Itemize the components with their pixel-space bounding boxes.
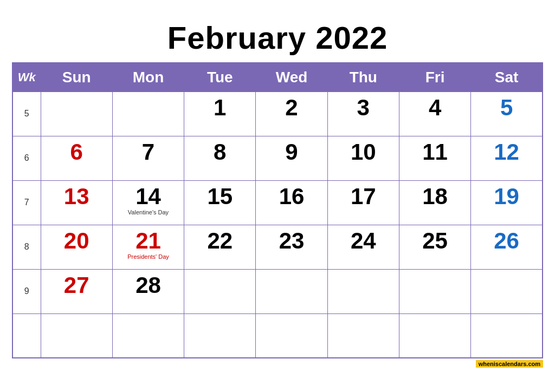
day-cell[interactable]: 24 — [327, 225, 399, 269]
day-number: 10 — [330, 141, 397, 164]
day-cell[interactable]: 1 — [184, 92, 256, 136]
empty-day-cell — [471, 313, 543, 358]
day-cell[interactable]: 14Valentine's Day — [112, 180, 184, 225]
calendar-container: February 2022 Wk Sun Mon Tue Wed Thu Fri… — [12, 14, 543, 378]
day-number: 11 — [402, 141, 468, 164]
day-cell[interactable]: 25 — [399, 225, 470, 269]
watermark-text: wheniscalendars.com — [476, 360, 543, 368]
day-cell[interactable]: 18 — [399, 180, 470, 225]
day-number: 18 — [402, 185, 468, 208]
day-number: 3 — [330, 96, 397, 119]
day-number: 6 — [43, 141, 110, 164]
day-number: 28 — [115, 274, 182, 297]
day-number: 26 — [473, 230, 540, 252]
day-cell[interactable]: 16 — [256, 180, 327, 225]
header-tue: Tue — [184, 63, 256, 92]
day-number: 23 — [258, 230, 325, 252]
day-label: Valentine's Day — [115, 209, 182, 215]
header-sun: Sun — [41, 63, 112, 92]
day-cell[interactable]: 22 — [184, 225, 256, 269]
day-cell[interactable]: 17 — [327, 180, 399, 225]
day-cell[interactable]: 15 — [184, 180, 256, 225]
day-number: 12 — [473, 141, 540, 164]
day-number: 25 — [402, 230, 468, 252]
week-row: 82021Presidents' Day2223242526 — [12, 225, 543, 269]
day-cell[interactable]: 21Presidents' Day — [112, 225, 184, 269]
day-cell[interactable]: 19 — [471, 180, 543, 225]
wk-cell: 7 — [12, 180, 41, 225]
empty-day-cell — [112, 313, 184, 358]
day-cell[interactable]: 13 — [41, 180, 112, 225]
calendar-table: Wk Sun Mon Tue Wed Thu Fri Sat 512345667… — [12, 62, 543, 359]
wk-cell: 6 — [12, 136, 41, 180]
day-number: 5 — [473, 96, 540, 119]
day-cell[interactable]: 12 — [471, 136, 543, 180]
day-number: 16 — [258, 185, 325, 208]
wk-cell: 5 — [12, 92, 41, 136]
wk-cell: 9 — [12, 269, 41, 313]
day-cell[interactable]: 5 — [471, 92, 543, 136]
empty-day-cell — [256, 269, 327, 313]
day-cell[interactable]: 27 — [41, 269, 112, 313]
day-cell[interactable]: 28 — [112, 269, 184, 313]
empty-day-cell — [184, 269, 256, 313]
empty-day-cell — [184, 313, 256, 358]
day-cell[interactable]: 3 — [327, 92, 399, 136]
day-number: 19 — [473, 185, 540, 208]
header-wed: Wed — [256, 63, 327, 92]
day-number: 1 — [186, 96, 253, 119]
header-thu: Thu — [327, 63, 399, 92]
day-number: 4 — [402, 96, 468, 119]
day-number: 22 — [186, 230, 253, 252]
day-cell[interactable]: 9 — [256, 136, 327, 180]
empty-day-cell — [41, 92, 112, 136]
day-number: 20 — [43, 230, 110, 252]
empty-day-cell — [399, 269, 470, 313]
watermark: wheniscalendars.com — [12, 361, 543, 367]
empty-day-cell — [471, 269, 543, 313]
week-row: 66789101112 — [12, 136, 543, 180]
calendar-header-row: Wk Sun Mon Tue Wed Thu Fri Sat — [12, 63, 543, 92]
day-number: 24 — [330, 230, 397, 252]
day-number: 21 — [115, 230, 182, 252]
wk-cell — [12, 313, 41, 358]
header-wk: Wk — [12, 63, 41, 92]
day-number: 9 — [258, 141, 325, 164]
day-number: 13 — [43, 185, 110, 208]
day-number: 2 — [258, 96, 325, 119]
day-cell[interactable]: 6 — [41, 136, 112, 180]
week-row — [12, 313, 543, 358]
day-cell[interactable]: 23 — [256, 225, 327, 269]
day-cell[interactable]: 26 — [471, 225, 543, 269]
empty-day-cell — [399, 313, 470, 358]
day-number: 14 — [115, 185, 182, 208]
day-number: 8 — [186, 141, 253, 164]
calendar-title: February 2022 — [12, 19, 543, 56]
day-number: 15 — [186, 185, 253, 208]
empty-day-cell — [112, 92, 184, 136]
week-row: 71314Valentine's Day1516171819 — [12, 180, 543, 225]
day-number: 17 — [330, 185, 397, 208]
day-label: Presidents' Day — [115, 253, 182, 260]
empty-day-cell — [327, 313, 399, 358]
day-cell[interactable]: 4 — [399, 92, 470, 136]
day-number: 27 — [43, 274, 110, 297]
day-cell[interactable]: 11 — [399, 136, 470, 180]
empty-day-cell — [256, 313, 327, 358]
wk-cell: 8 — [12, 225, 41, 269]
header-fri: Fri — [399, 63, 470, 92]
week-row: 512345 — [12, 92, 543, 136]
empty-day-cell — [41, 313, 112, 358]
day-cell[interactable]: 20 — [41, 225, 112, 269]
calendar-body: 5123456678910111271314Valentine's Day151… — [12, 92, 543, 358]
empty-day-cell — [327, 269, 399, 313]
header-mon: Mon — [112, 63, 184, 92]
day-cell[interactable]: 7 — [112, 136, 184, 180]
header-sat: Sat — [471, 63, 543, 92]
day-cell[interactable]: 10 — [327, 136, 399, 180]
day-cell[interactable]: 8 — [184, 136, 256, 180]
week-row: 92728 — [12, 269, 543, 313]
day-cell[interactable]: 2 — [256, 92, 327, 136]
day-number: 7 — [115, 141, 182, 164]
